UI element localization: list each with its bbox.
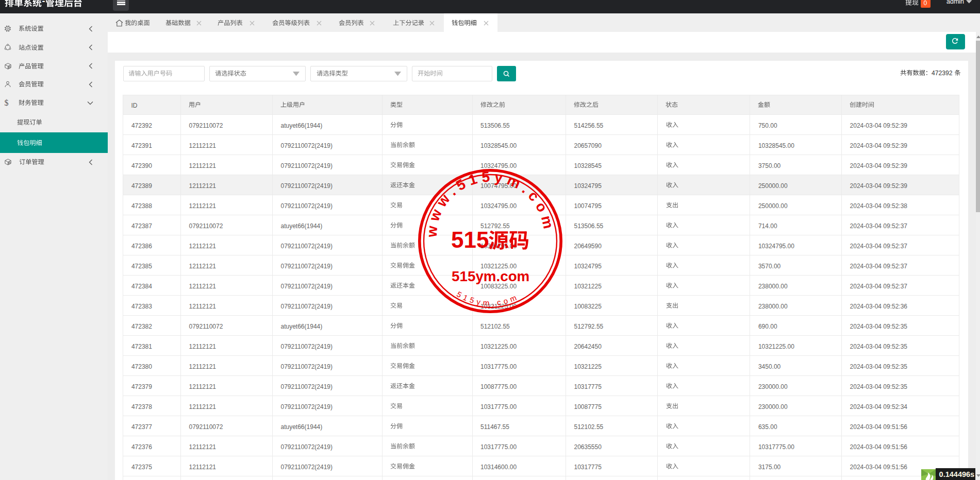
svg-text:515ym.com: 515ym.com — [452, 268, 529, 284]
svg-text:515: 515 — [451, 227, 489, 252]
svg-text:w w w . 5 1 5 y m . c o m: w w w . 5 1 5 y m . c o m — [424, 169, 557, 238]
svg-text:472392: 472392 — [932, 69, 953, 76]
